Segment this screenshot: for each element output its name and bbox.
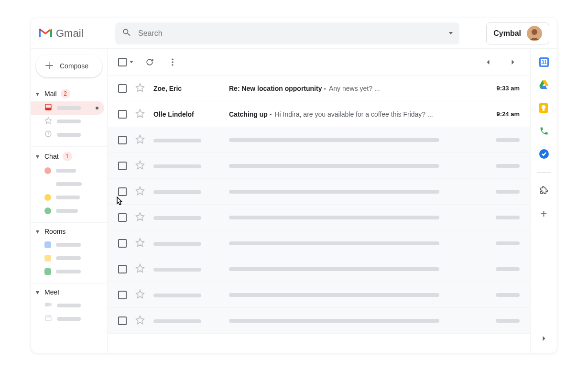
- star-icon[interactable]: [135, 160, 145, 171]
- sidebar-item-starred[interactable]: [31, 115, 107, 128]
- star-icon[interactable]: [135, 289, 145, 300]
- voice-app-icon[interactable]: [539, 126, 549, 136]
- email-row[interactable]: Olle Lindelof Catching up - Hi Indira, a…: [108, 101, 530, 127]
- sidebar-item-snoozed[interactable]: [31, 128, 107, 142]
- placeholder-text: [229, 267, 439, 271]
- select-all[interactable]: [118, 58, 133, 66]
- chat-contact-3[interactable]: [31, 191, 107, 204]
- email-row-placeholder[interactable]: [108, 153, 530, 179]
- search-input[interactable]: [138, 29, 442, 38]
- placeholder-text: [56, 256, 81, 260]
- search-bar[interactable]: [115, 22, 459, 44]
- chevron-down-icon[interactable]: [130, 61, 133, 63]
- toolbar-right: [481, 55, 520, 69]
- chevron-down-icon: ▾: [36, 90, 41, 98]
- checkbox-icon[interactable]: [118, 136, 127, 144]
- star-icon[interactable]: [135, 186, 145, 197]
- email-row-placeholder[interactable]: [108, 205, 530, 230]
- room-icon: [44, 268, 51, 275]
- svg-rect-5: [50, 65, 53, 66]
- meet-section-header[interactable]: ▾ Meet: [31, 287, 107, 299]
- email-row-placeholder[interactable]: [108, 256, 530, 282]
- chat-section-header[interactable]: ▾ Chat 1: [31, 151, 107, 164]
- star-icon[interactable]: [135, 83, 145, 94]
- refresh-button[interactable]: [143, 55, 156, 69]
- chat-contact-1[interactable]: [31, 164, 107, 177]
- room-icon: [44, 255, 51, 262]
- checkbox-icon[interactable]: [118, 291, 127, 299]
- checkbox-icon[interactable]: [118, 316, 127, 325]
- checkbox-icon[interactable]: [118, 162, 127, 170]
- compose-label: Compose: [60, 62, 88, 70]
- addons-icon[interactable]: [539, 186, 549, 196]
- placeholder-text: [496, 164, 520, 168]
- placeholder-text: [153, 139, 201, 142]
- video-icon: [44, 301, 52, 310]
- star-icon: [44, 117, 52, 126]
- checkbox-icon[interactable]: [118, 187, 127, 196]
- star-icon[interactable]: [135, 263, 145, 274]
- mail-badge: 2: [61, 89, 70, 98]
- placeholder-text: [229, 241, 439, 245]
- star-icon[interactable]: [135, 238, 145, 249]
- email-row-placeholder[interactable]: [108, 179, 530, 205]
- email-row-placeholder[interactable]: [108, 282, 530, 308]
- org-chip[interactable]: Cymbal: [486, 22, 549, 44]
- checkbox-icon[interactable]: [118, 84, 127, 93]
- room-item-3[interactable]: [31, 265, 107, 278]
- checkbox-icon[interactable]: [118, 110, 127, 119]
- chevron-down-icon: ▾: [36, 153, 41, 160]
- room-item-2[interactable]: [31, 251, 107, 265]
- meet-item-join[interactable]: [31, 312, 107, 326]
- rail-collapse-button[interactable]: [539, 326, 549, 353]
- email-preview: Any news yet? ...: [329, 85, 380, 92]
- compose-button[interactable]: Compose: [36, 55, 102, 77]
- email-row-placeholder[interactable]: [108, 230, 530, 256]
- checkbox-icon[interactable]: [118, 265, 127, 273]
- sidebar-item-inbox[interactable]: [31, 101, 104, 115]
- placeholder-text: [229, 319, 439, 323]
- placeholder-text: [56, 243, 81, 247]
- sidebar-section-rooms: ▾ Rooms: [31, 223, 107, 284]
- mail-section-header[interactable]: ▾ Mail 2: [31, 88, 107, 101]
- header-right: Cymbal: [486, 22, 549, 44]
- placeholder-text: [153, 268, 201, 272]
- checkbox-icon[interactable]: [118, 58, 127, 66]
- star-icon[interactable]: [135, 134, 145, 145]
- prev-page-button[interactable]: [481, 55, 495, 69]
- svg-point-14: [172, 64, 173, 65]
- email-row[interactable]: Zoe, Eric Re: New location opportunity -…: [108, 76, 530, 101]
- tasks-app-icon[interactable]: [539, 149, 549, 159]
- calendar-app-icon[interactable]: 31: [539, 57, 549, 67]
- placeholder-text: [153, 242, 201, 246]
- email-row-placeholder[interactable]: [108, 308, 530, 334]
- user-avatar[interactable]: [527, 26, 542, 41]
- more-button[interactable]: [166, 55, 179, 69]
- placeholder-text: [56, 196, 80, 199]
- checkbox-icon[interactable]: [118, 213, 127, 222]
- main: Zoe, Eric Re: New location opportunity -…: [108, 49, 530, 353]
- placeholder-text: [229, 138, 439, 142]
- star-icon[interactable]: [135, 315, 145, 326]
- unread-dot-icon: [96, 107, 98, 109]
- keep-app-icon[interactable]: [539, 103, 549, 113]
- star-icon[interactable]: [135, 109, 145, 120]
- placeholder-text: [496, 190, 520, 194]
- checkbox-icon[interactable]: [118, 239, 127, 248]
- rooms-section-header[interactable]: ▾ Rooms: [31, 227, 107, 238]
- email-row-placeholder[interactable]: [108, 127, 530, 153]
- chat-contact-4[interactable]: [31, 204, 107, 218]
- placeholder-text: [56, 209, 78, 213]
- meet-item-new[interactable]: [31, 299, 107, 312]
- placeholder-text: [153, 319, 201, 323]
- next-page-button[interactable]: [506, 55, 520, 69]
- chat-label: Chat: [44, 153, 59, 160]
- placeholder-text: [229, 293, 439, 297]
- placeholder-text: [57, 120, 81, 123]
- room-item-1[interactable]: [31, 238, 107, 251]
- add-app-icon[interactable]: +: [539, 209, 549, 218]
- drive-app-icon[interactable]: [539, 80, 549, 90]
- star-icon[interactable]: [135, 212, 145, 223]
- chat-contact-2[interactable]: [31, 177, 107, 191]
- search-options-icon[interactable]: [449, 32, 453, 34]
